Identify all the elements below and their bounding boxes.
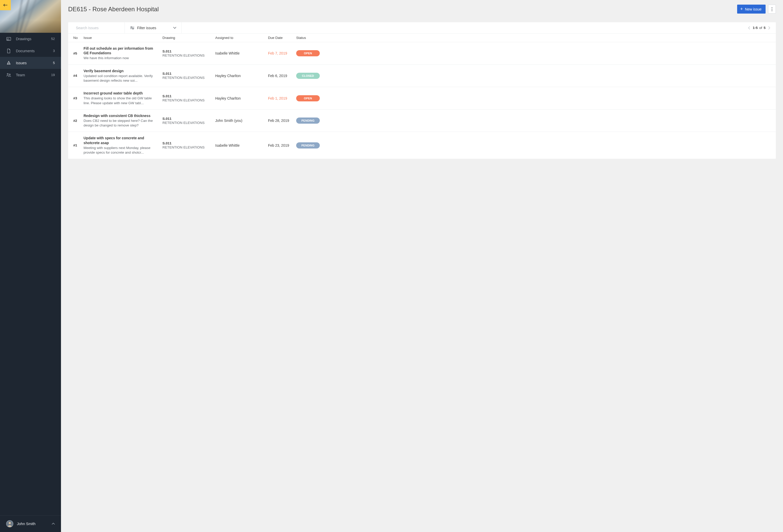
status-cell: OPEN xyxy=(296,50,330,56)
issue-description: Meeting with suppliers next Monday, plea… xyxy=(84,146,157,155)
drawing-id: S.011 xyxy=(162,49,215,53)
more-options-button[interactable] xyxy=(768,5,776,13)
due-date: Feb 7, 2019 xyxy=(268,51,296,55)
pagination: 1-5 of 5 xyxy=(743,26,776,30)
svg-point-7 xyxy=(772,7,772,8)
sidebar-item-count: 3 xyxy=(53,49,55,53)
issue-number: #5 xyxy=(73,52,84,55)
sidebar-item-count: 5 xyxy=(53,61,55,65)
search-box[interactable] xyxy=(68,22,125,33)
issue-description: This drawing looks to show the old GW ta… xyxy=(84,96,157,105)
sidebar-item-documents[interactable]: Documents 3 xyxy=(0,45,61,57)
column-header-issue[interactable]: Issue xyxy=(84,36,162,40)
due-date: Feb 28, 2019 xyxy=(268,119,296,123)
next-page-button[interactable] xyxy=(767,26,771,29)
assigned-to: Hayley Charlton xyxy=(215,96,268,100)
issue-number: #2 xyxy=(73,119,84,123)
assigned-to: Isabelle Whittle xyxy=(215,51,268,55)
new-issue-button[interactable]: + New issue xyxy=(737,5,765,13)
issue-cell: Fill out schedule as per information fro… xyxy=(84,46,162,61)
table-row[interactable]: #3 Incorrect ground water table depth Th… xyxy=(68,87,776,109)
column-header-no[interactable]: No xyxy=(73,36,84,40)
issue-number: #1 xyxy=(73,143,84,147)
drawing-id: S.011 xyxy=(162,72,215,75)
filter-dropdown[interactable]: Filter issues xyxy=(125,22,182,33)
table-row[interactable]: #1 Update with specs for concrete and sh… xyxy=(68,132,776,159)
status-badge: PENDING xyxy=(296,118,320,124)
sidebar-item-drawings[interactable]: Drawings 52 xyxy=(0,33,61,45)
more-vertical-icon xyxy=(772,7,773,11)
sidebar: Drawings 52 Documents 3 Issues 5 xyxy=(0,0,61,532)
back-button[interactable] xyxy=(0,0,11,10)
svg-point-8 xyxy=(772,9,772,9)
issue-title: Incorrect ground water table depth xyxy=(84,91,157,96)
prev-page-button[interactable] xyxy=(747,26,751,29)
assigned-to: John Smith (you) xyxy=(215,119,268,123)
issue-cell: Incorrect ground water table depth This … xyxy=(84,91,162,105)
chevron-up-icon xyxy=(52,523,55,525)
table-header: No Issue Drawing Assigned to Due Date St… xyxy=(68,34,776,42)
avatar xyxy=(6,520,13,527)
assigned-to: Hayley Charlton xyxy=(215,74,268,78)
sliders-icon xyxy=(130,26,134,30)
drawing-id: S.011 xyxy=(162,141,215,145)
search-input[interactable] xyxy=(76,26,121,30)
table-row[interactable]: #5 Fill out schedule as per information … xyxy=(68,42,776,65)
table-row[interactable]: #2 Redesign with consistent CB thickness… xyxy=(68,109,776,132)
issue-title: Update with specs for concrete and shotc… xyxy=(84,136,157,145)
status-badge: OPEN xyxy=(296,95,320,101)
svg-point-13 xyxy=(131,27,132,28)
page-title: DE615 - Rose Aberdeen Hospital xyxy=(68,6,737,13)
drawings-icon xyxy=(6,36,11,41)
project-hero-image xyxy=(0,0,61,33)
issue-number: #3 xyxy=(73,96,84,100)
column-header-assigned[interactable]: Assigned to xyxy=(215,36,268,40)
drawing-id: S.011 xyxy=(162,117,215,121)
issue-description: Does CB2 need to be stepped here? Can th… xyxy=(84,119,157,128)
drawing-name: RETENTION ELEVATIONS xyxy=(162,76,215,79)
sidebar-item-issues[interactable]: Issues 5 xyxy=(0,57,61,69)
drawing-name: RETENTION ELEVATIONS xyxy=(162,54,215,57)
status-badge: OPEN xyxy=(296,50,320,56)
filter-label: Filter issues xyxy=(137,26,173,30)
drawing-cell: S.011 RETENTION ELEVATIONS xyxy=(162,49,215,57)
issues-icon xyxy=(6,60,11,66)
main-content: DE615 - Rose Aberdeen Hospital + New iss… xyxy=(61,0,783,532)
column-header-due[interactable]: Due Date xyxy=(268,36,296,40)
issue-description: We have this information now xyxy=(84,56,157,60)
sidebar-item-label: Documents xyxy=(16,49,53,53)
arrow-left-icon xyxy=(3,4,7,7)
due-date: Feb 1, 2019 xyxy=(268,96,296,100)
issues-panel: Filter issues 1-5 of 5 xyxy=(68,22,776,159)
drawing-cell: S.011 RETENTION ELEVATIONS xyxy=(162,94,215,102)
sidebar-nav: Drawings 52 Documents 3 Issues 5 xyxy=(0,33,61,516)
sidebar-item-label: Drawings xyxy=(16,37,51,41)
drawing-cell: S.011 RETENTION ELEVATIONS xyxy=(162,141,215,149)
user-name: John Smith xyxy=(17,522,52,526)
issue-cell: Update with specs for concrete and shotc… xyxy=(84,136,162,155)
header: DE615 - Rose Aberdeen Hospital + New iss… xyxy=(61,0,783,22)
column-header-status[interactable]: Status xyxy=(296,36,330,40)
toolbar: Filter issues 1-5 of 5 xyxy=(68,22,776,34)
status-cell: OPEN xyxy=(296,95,330,101)
column-header-drawing[interactable]: Drawing xyxy=(162,36,215,40)
svg-point-9 xyxy=(772,10,772,11)
drawing-name: RETENTION ELEVATIONS xyxy=(162,98,215,102)
issue-title: Fill out schedule as per information fro… xyxy=(84,46,157,55)
new-issue-label: New issue xyxy=(745,7,761,11)
svg-point-4 xyxy=(9,74,10,75)
table-row[interactable]: #4 Verify basement design Updated soil c… xyxy=(68,65,776,87)
drawing-cell: S.011 RETENTION ELEVATIONS xyxy=(162,117,215,125)
issue-description: Updated soil condition report available.… xyxy=(84,74,157,83)
sidebar-item-team[interactable]: Team 19 xyxy=(0,69,61,81)
plus-icon: + xyxy=(740,6,743,12)
due-date: Feb 6, 2019 xyxy=(268,74,296,78)
issue-cell: Redesign with consistent CB thickness Do… xyxy=(84,113,162,128)
chevron-down-icon xyxy=(173,27,176,29)
user-menu[interactable]: John Smith xyxy=(0,516,61,532)
issue-title: Verify basement design xyxy=(84,69,157,73)
due-date: Feb 23, 2019 xyxy=(268,143,296,147)
issue-number: #4 xyxy=(73,74,84,77)
status-badge: CLOSED xyxy=(296,73,320,79)
sidebar-item-label: Issues xyxy=(16,61,53,65)
